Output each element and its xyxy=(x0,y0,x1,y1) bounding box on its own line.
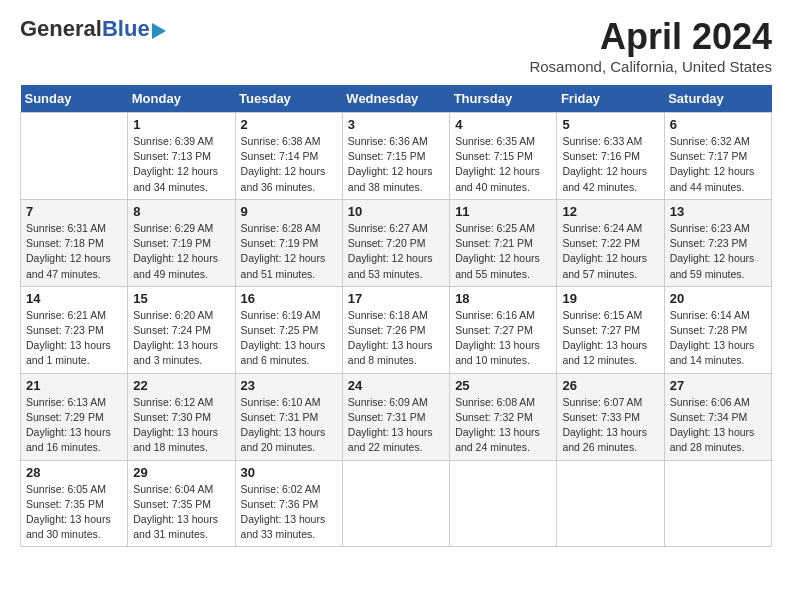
cell-info-text: Sunrise: 6:05 AMSunset: 7:35 PMDaylight:… xyxy=(26,482,122,543)
calendar-cell: 30Sunrise: 6:02 AMSunset: 7:36 PMDayligh… xyxy=(235,460,342,547)
cell-date-number: 9 xyxy=(241,204,337,219)
cell-info-text: Sunrise: 6:04 AMSunset: 7:35 PMDaylight:… xyxy=(133,482,229,543)
cell-info-text: Sunrise: 6:31 AMSunset: 7:18 PMDaylight:… xyxy=(26,221,122,282)
cell-date-number: 15 xyxy=(133,291,229,306)
cell-date-number: 25 xyxy=(455,378,551,393)
weekday-header-sunday: Sunday xyxy=(21,85,128,113)
cell-info-text: Sunrise: 6:15 AMSunset: 7:27 PMDaylight:… xyxy=(562,308,658,369)
calendar-week-row: 7Sunrise: 6:31 AMSunset: 7:18 PMDaylight… xyxy=(21,199,772,286)
cell-date-number: 27 xyxy=(670,378,766,393)
calendar-cell: 3Sunrise: 6:36 AMSunset: 7:15 PMDaylight… xyxy=(342,113,449,200)
calendar-cell: 17Sunrise: 6:18 AMSunset: 7:26 PMDayligh… xyxy=(342,286,449,373)
cell-date-number: 14 xyxy=(26,291,122,306)
calendar-cell xyxy=(664,460,771,547)
cell-date-number: 11 xyxy=(455,204,551,219)
weekday-header-row: SundayMondayTuesdayWednesdayThursdayFrid… xyxy=(21,85,772,113)
cell-date-number: 22 xyxy=(133,378,229,393)
cell-date-number: 28 xyxy=(26,465,122,480)
weekday-header-tuesday: Tuesday xyxy=(235,85,342,113)
cell-date-number: 18 xyxy=(455,291,551,306)
cell-date-number: 24 xyxy=(348,378,444,393)
calendar-week-row: 1Sunrise: 6:39 AMSunset: 7:13 PMDaylight… xyxy=(21,113,772,200)
calendar-cell: 8Sunrise: 6:29 AMSunset: 7:19 PMDaylight… xyxy=(128,199,235,286)
cell-date-number: 19 xyxy=(562,291,658,306)
calendar-cell: 14Sunrise: 6:21 AMSunset: 7:23 PMDayligh… xyxy=(21,286,128,373)
cell-info-text: Sunrise: 6:14 AMSunset: 7:28 PMDaylight:… xyxy=(670,308,766,369)
cell-date-number: 1 xyxy=(133,117,229,132)
cell-info-text: Sunrise: 6:02 AMSunset: 7:36 PMDaylight:… xyxy=(241,482,337,543)
calendar-cell: 11Sunrise: 6:25 AMSunset: 7:21 PMDayligh… xyxy=(450,199,557,286)
cell-date-number: 29 xyxy=(133,465,229,480)
cell-date-number: 30 xyxy=(241,465,337,480)
cell-info-text: Sunrise: 6:16 AMSunset: 7:27 PMDaylight:… xyxy=(455,308,551,369)
cell-date-number: 5 xyxy=(562,117,658,132)
calendar-cell: 29Sunrise: 6:04 AMSunset: 7:35 PMDayligh… xyxy=(128,460,235,547)
cell-info-text: Sunrise: 6:25 AMSunset: 7:21 PMDaylight:… xyxy=(455,221,551,282)
cell-info-text: Sunrise: 6:35 AMSunset: 7:15 PMDaylight:… xyxy=(455,134,551,195)
cell-date-number: 21 xyxy=(26,378,122,393)
calendar-table: SundayMondayTuesdayWednesdayThursdayFrid… xyxy=(20,85,772,547)
calendar-cell xyxy=(450,460,557,547)
calendar-week-row: 14Sunrise: 6:21 AMSunset: 7:23 PMDayligh… xyxy=(21,286,772,373)
cell-info-text: Sunrise: 6:09 AMSunset: 7:31 PMDaylight:… xyxy=(348,395,444,456)
calendar-week-row: 28Sunrise: 6:05 AMSunset: 7:35 PMDayligh… xyxy=(21,460,772,547)
calendar-cell: 28Sunrise: 6:05 AMSunset: 7:35 PMDayligh… xyxy=(21,460,128,547)
cell-date-number: 3 xyxy=(348,117,444,132)
title-area: April 2024 Rosamond, California, United … xyxy=(529,16,772,75)
calendar-cell: 27Sunrise: 6:06 AMSunset: 7:34 PMDayligh… xyxy=(664,373,771,460)
cell-date-number: 23 xyxy=(241,378,337,393)
weekday-header-friday: Friday xyxy=(557,85,664,113)
cell-info-text: Sunrise: 6:33 AMSunset: 7:16 PMDaylight:… xyxy=(562,134,658,195)
cell-date-number: 26 xyxy=(562,378,658,393)
cell-info-text: Sunrise: 6:21 AMSunset: 7:23 PMDaylight:… xyxy=(26,308,122,369)
cell-date-number: 12 xyxy=(562,204,658,219)
calendar-cell: 15Sunrise: 6:20 AMSunset: 7:24 PMDayligh… xyxy=(128,286,235,373)
cell-date-number: 6 xyxy=(670,117,766,132)
cell-info-text: Sunrise: 6:36 AMSunset: 7:15 PMDaylight:… xyxy=(348,134,444,195)
cell-info-text: Sunrise: 6:07 AMSunset: 7:33 PMDaylight:… xyxy=(562,395,658,456)
cell-date-number: 4 xyxy=(455,117,551,132)
cell-info-text: Sunrise: 6:39 AMSunset: 7:13 PMDaylight:… xyxy=(133,134,229,195)
calendar-cell xyxy=(557,460,664,547)
calendar-cell: 6Sunrise: 6:32 AMSunset: 7:17 PMDaylight… xyxy=(664,113,771,200)
calendar-cell: 1Sunrise: 6:39 AMSunset: 7:13 PMDaylight… xyxy=(128,113,235,200)
calendar-week-row: 21Sunrise: 6:13 AMSunset: 7:29 PMDayligh… xyxy=(21,373,772,460)
calendar-cell: 22Sunrise: 6:12 AMSunset: 7:30 PMDayligh… xyxy=(128,373,235,460)
cell-date-number: 10 xyxy=(348,204,444,219)
calendar-cell: 2Sunrise: 6:38 AMSunset: 7:14 PMDaylight… xyxy=(235,113,342,200)
logo-blue-text: Blue xyxy=(102,16,150,42)
calendar-cell: 10Sunrise: 6:27 AMSunset: 7:20 PMDayligh… xyxy=(342,199,449,286)
cell-date-number: 13 xyxy=(670,204,766,219)
cell-info-text: Sunrise: 6:19 AMSunset: 7:25 PMDaylight:… xyxy=(241,308,337,369)
cell-info-text: Sunrise: 6:27 AMSunset: 7:20 PMDaylight:… xyxy=(348,221,444,282)
cell-info-text: Sunrise: 6:10 AMSunset: 7:31 PMDaylight:… xyxy=(241,395,337,456)
cell-info-text: Sunrise: 6:38 AMSunset: 7:14 PMDaylight:… xyxy=(241,134,337,195)
cell-date-number: 16 xyxy=(241,291,337,306)
logo: General Blue xyxy=(20,16,166,42)
cell-info-text: Sunrise: 6:29 AMSunset: 7:19 PMDaylight:… xyxy=(133,221,229,282)
calendar-cell: 13Sunrise: 6:23 AMSunset: 7:23 PMDayligh… xyxy=(664,199,771,286)
weekday-header-monday: Monday xyxy=(128,85,235,113)
calendar-cell: 24Sunrise: 6:09 AMSunset: 7:31 PMDayligh… xyxy=(342,373,449,460)
calendar-cell xyxy=(21,113,128,200)
calendar-cell: 23Sunrise: 6:10 AMSunset: 7:31 PMDayligh… xyxy=(235,373,342,460)
cell-info-text: Sunrise: 6:06 AMSunset: 7:34 PMDaylight:… xyxy=(670,395,766,456)
month-title: April 2024 xyxy=(529,16,772,58)
calendar-cell: 7Sunrise: 6:31 AMSunset: 7:18 PMDaylight… xyxy=(21,199,128,286)
page-header: General Blue April 2024 Rosamond, Califo… xyxy=(20,16,772,75)
calendar-cell: 9Sunrise: 6:28 AMSunset: 7:19 PMDaylight… xyxy=(235,199,342,286)
cell-info-text: Sunrise: 6:23 AMSunset: 7:23 PMDaylight:… xyxy=(670,221,766,282)
cell-date-number: 20 xyxy=(670,291,766,306)
calendar-cell: 18Sunrise: 6:16 AMSunset: 7:27 PMDayligh… xyxy=(450,286,557,373)
cell-date-number: 7 xyxy=(26,204,122,219)
calendar-cell xyxy=(342,460,449,547)
weekday-header-wednesday: Wednesday xyxy=(342,85,449,113)
cell-date-number: 2 xyxy=(241,117,337,132)
calendar-cell: 25Sunrise: 6:08 AMSunset: 7:32 PMDayligh… xyxy=(450,373,557,460)
logo-arrow-icon xyxy=(152,23,166,39)
calendar-cell: 16Sunrise: 6:19 AMSunset: 7:25 PMDayligh… xyxy=(235,286,342,373)
weekday-header-saturday: Saturday xyxy=(664,85,771,113)
cell-info-text: Sunrise: 6:08 AMSunset: 7:32 PMDaylight:… xyxy=(455,395,551,456)
cell-info-text: Sunrise: 6:28 AMSunset: 7:19 PMDaylight:… xyxy=(241,221,337,282)
calendar-cell: 20Sunrise: 6:14 AMSunset: 7:28 PMDayligh… xyxy=(664,286,771,373)
